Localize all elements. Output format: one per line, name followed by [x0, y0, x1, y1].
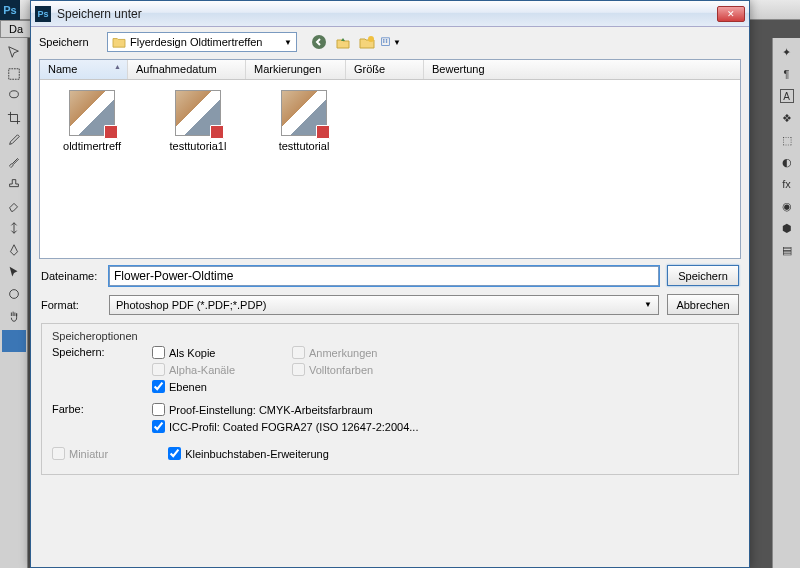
- new-folder-button[interactable]: [357, 32, 377, 52]
- panel-icon[interactable]: ◉: [775, 196, 799, 216]
- save-options-group: Speicheroptionen Speichern: Als Kopie Al…: [41, 323, 739, 475]
- right-toolbar: ✦ ¶ A ❖ ⬚ ◐ fx ◉ ⬢ ▤: [772, 38, 800, 568]
- app-icon: Ps: [35, 6, 51, 22]
- svg-rect-0: [8, 69, 19, 80]
- stamp-tool-icon[interactable]: [2, 174, 26, 194]
- marquee-tool-icon[interactable]: [2, 64, 26, 84]
- chevron-down-icon: ▼: [284, 38, 292, 47]
- titlebar[interactable]: Ps Speichern unter ✕: [31, 1, 749, 27]
- file-name: testtutorial: [266, 140, 342, 152]
- folder-icon: [112, 36, 126, 48]
- gradient-tool-icon[interactable]: [2, 218, 26, 238]
- panel-icon[interactable]: ◐: [775, 152, 799, 172]
- file-name: testtutoria1l: [160, 140, 236, 152]
- as-copy-checkbox[interactable]: Als Kopie: [152, 346, 292, 359]
- eraser-tool-icon[interactable]: [2, 196, 26, 216]
- chevron-down-icon: ▼: [644, 300, 652, 309]
- col-size[interactable]: Größe: [346, 60, 424, 79]
- svg-rect-7: [383, 41, 384, 42]
- close-button[interactable]: ✕: [717, 6, 745, 22]
- save-button[interactable]: Speichern: [667, 265, 739, 286]
- panel-icon[interactable]: ▤: [775, 240, 799, 260]
- spot-checkbox: Volltonfarben: [292, 363, 378, 376]
- brush-tool-icon[interactable]: [2, 152, 26, 172]
- icc-checkbox[interactable]: ICC-Profil: Coated FOGRA27 (ISO 12647-2:…: [152, 420, 418, 433]
- file-name: oldtimertreff: [54, 140, 130, 152]
- panel-icon[interactable]: ¶: [775, 64, 799, 84]
- panel-icon[interactable]: ✦: [775, 42, 799, 62]
- alpha-checkbox: Alpha-Kanäle: [152, 363, 292, 376]
- location-combo[interactable]: Flyerdesign Oldtimertreffen ▼: [107, 32, 297, 52]
- pdf-thumbnail-icon: [175, 90, 221, 136]
- lowercase-ext-checkbox[interactable]: Kleinbuchstaben-Erweiterung: [168, 447, 329, 460]
- pen-tool-icon[interactable]: [2, 240, 26, 260]
- svg-rect-5: [382, 38, 390, 46]
- col-rating[interactable]: Bewertung: [424, 60, 740, 79]
- cancel-button[interactable]: Abbrechen: [667, 294, 739, 315]
- format-label: Format:: [41, 299, 101, 311]
- svg-point-4: [368, 36, 374, 42]
- eyedropper-tool-icon[interactable]: [2, 130, 26, 150]
- thumbnail-checkbox: Miniatur: [52, 447, 108, 460]
- folder-name: Flyerdesign Oldtimertreffen: [130, 36, 262, 48]
- move-tool-icon[interactable]: [2, 42, 26, 62]
- file-list[interactable]: Name▲ Aufnahmedatum Markierungen Größe B…: [39, 59, 741, 259]
- proof-checkbox[interactable]: Proof-Einstellung: CMYK-Arbeitsfarbraum: [152, 403, 418, 416]
- foreground-color-swatch[interactable]: [2, 330, 26, 352]
- col-date[interactable]: Aufnahmedatum: [128, 60, 246, 79]
- filename-input[interactable]: [109, 266, 659, 286]
- column-headers: Name▲ Aufnahmedatum Markierungen Größe B…: [40, 60, 740, 80]
- annotations-checkbox: Anmerkungen: [292, 346, 378, 359]
- panel-icon[interactable]: ⬚: [775, 130, 799, 150]
- dialog-title: Speichern unter: [57, 7, 717, 21]
- svg-point-1: [9, 91, 18, 98]
- save-as-dialog: Ps Speichern unter ✕ Speichern Flyerdesi…: [30, 0, 750, 568]
- panel-icon[interactable]: fx: [775, 174, 799, 194]
- location-label: Speichern: [39, 36, 99, 48]
- layers-checkbox[interactable]: Ebenen: [152, 380, 292, 393]
- file-item[interactable]: testtutorial: [266, 90, 342, 152]
- save-section-label: Speichern:: [52, 346, 152, 393]
- pdf-thumbnail-icon: [281, 90, 327, 136]
- pdf-thumbnail-icon: [69, 90, 115, 136]
- view-menu-button[interactable]: ▼: [381, 32, 401, 52]
- pointer-tool-icon[interactable]: [2, 262, 26, 282]
- panel-icon[interactable]: A: [780, 89, 794, 103]
- svg-rect-9: [386, 41, 387, 42]
- ps-logo-icon: Ps: [0, 0, 20, 20]
- up-button[interactable]: [333, 32, 353, 52]
- col-name[interactable]: Name▲: [40, 60, 128, 79]
- panel-icon[interactable]: ⬢: [775, 218, 799, 238]
- hand-tool-icon[interactable]: [2, 306, 26, 326]
- svg-rect-8: [386, 39, 387, 40]
- left-toolbar: [0, 38, 28, 568]
- format-combo[interactable]: Photoshop PDF (*.PDF;*.PDP)▼: [109, 295, 659, 315]
- options-legend: Speicheroptionen: [52, 330, 728, 342]
- back-button[interactable]: [309, 32, 329, 52]
- file-item[interactable]: oldtimertreff: [54, 90, 130, 152]
- panel-icon[interactable]: ❖: [775, 108, 799, 128]
- lasso-tool-icon[interactable]: [2, 86, 26, 106]
- svg-point-3: [312, 35, 326, 49]
- filename-label: Dateiname:: [41, 270, 101, 282]
- color-section-label: Farbe:: [52, 403, 152, 433]
- shape-tool-icon[interactable]: [2, 284, 26, 304]
- crop-tool-icon[interactable]: [2, 108, 26, 128]
- svg-point-2: [9, 290, 18, 299]
- file-item[interactable]: testtutoria1l: [160, 90, 236, 152]
- col-tags[interactable]: Markierungen: [246, 60, 346, 79]
- document-tab[interactable]: Da: [0, 20, 32, 38]
- svg-rect-6: [383, 39, 384, 40]
